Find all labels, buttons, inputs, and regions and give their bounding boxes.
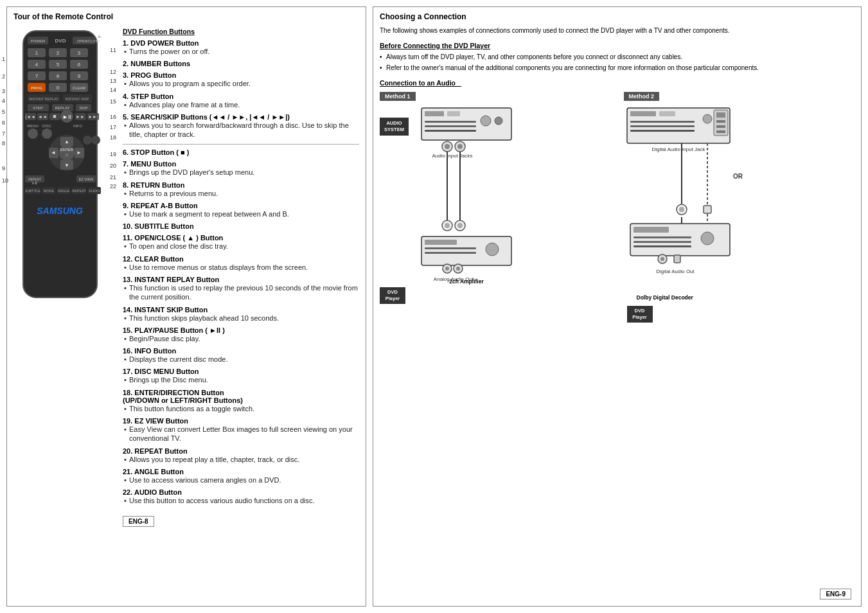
- row-num-2: 2: [2, 74, 8, 80]
- svg-text:MODE: MODE: [44, 189, 55, 193]
- svg-text:SUBTITLE: SUBTITLE: [25, 189, 41, 193]
- desc-20: 20. REPEAT Button Allows you to repeat p…: [123, 447, 359, 464]
- svg-text:DVD: DVD: [55, 38, 66, 44]
- svg-text:DISC: DISC: [42, 124, 52, 128]
- desc-4-bullet: Advances play one frame at a time.: [123, 100, 359, 109]
- svg-text:OR: OR: [733, 173, 743, 180]
- svg-rect-140: [633, 241, 691, 243]
- svg-rect-122: [630, 125, 695, 127]
- method2-svg: Digital Audio Input Jack OR: [624, 105, 765, 304]
- svg-text:INSTANT REPLAY: INSTANT REPLAY: [29, 97, 58, 101]
- svg-text:ENTER: ENTER: [60, 148, 74, 152]
- svg-point-97: [445, 144, 450, 149]
- svg-point-115: [456, 267, 460, 271]
- svg-marker-6: [97, 35, 102, 38]
- svg-text:5: 5: [57, 62, 60, 67]
- row-num-9: 9: [2, 166, 8, 172]
- svg-text:INFO: INFO: [73, 124, 83, 128]
- svg-point-99: [457, 144, 463, 149]
- desc-15: 15. PLAY/PAUSE Button ( ►II ) Begin/Paus…: [123, 326, 359, 343]
- desc-2-title: 2. NUMBER Buttons: [123, 60, 359, 67]
- right-page-number: ENG-9: [820, 589, 851, 600]
- desc-11: 11. OPEN/CLOSE ( ▲ ) Button To open and …: [123, 234, 359, 251]
- svg-rect-144: [674, 255, 680, 263]
- rnum-17: 17: [110, 124, 116, 130]
- svg-point-134: [679, 207, 684, 212]
- desc-14-title: 14. INSTANT SKIP Button: [123, 306, 359, 314]
- svg-point-91: [481, 116, 491, 126]
- desc-10: 10. SUBTITLE Button: [123, 222, 359, 230]
- svg-rect-127: [716, 125, 725, 128]
- svg-text:►II: ►II: [62, 114, 71, 120]
- rnum-20: 20: [110, 163, 116, 169]
- connection-audio-title: Connection to an Audio _: [380, 79, 855, 87]
- desc-5-title: 5. SEARCH/SKIP Buttons (◄◄ / ►►, |◄◄ / ►…: [123, 113, 359, 121]
- remote-svg: POWER DVD OPEN/CLOSE 1 2 3: [13, 28, 107, 304]
- left-panel: Tour of the Remote Control 1 2 3 4 5 6 7…: [6, 6, 366, 607]
- svg-rect-126: [716, 120, 725, 123]
- svg-rect-110: [425, 247, 476, 249]
- method1-box: Method 1 AUDIOSYSTEM: [380, 92, 611, 323]
- row-num-3: 3: [2, 89, 8, 94]
- svg-text:REPEAT: REPEAT: [72, 189, 86, 193]
- desc-1: 1. DVD POWER Button Turns the power on o…: [123, 39, 359, 56]
- svg-rect-137: [633, 227, 669, 233]
- desc-7-bullet: Brings up the DVD player's setup menu.: [123, 168, 359, 177]
- method1-content: AUDIOSYSTEM: [380, 105, 611, 285]
- svg-point-109: [486, 243, 499, 256]
- left-panel-title: Tour of the Remote Control: [13, 12, 359, 21]
- desc-9: 9. REPEAT A-B Button Use to mark a segme…: [123, 202, 359, 218]
- svg-text:OPEN/CLOSE: OPEN/CLOSE: [77, 39, 100, 43]
- rnum-21: 21: [110, 174, 116, 181]
- right-panel-title: Choosing a Connection: [380, 12, 855, 21]
- before-bullets: Always turn off the DVD player, TV, and …: [380, 53, 855, 73]
- right-row-numbers: 11 12 13 14 15 16 17 18 19 20 21 22: [110, 47, 116, 190]
- desc-8: 8. RETURN Button Returns to a previous m…: [123, 181, 359, 198]
- svg-text:7: 7: [35, 73, 39, 79]
- svg-point-57: [42, 129, 52, 139]
- rnum-11: 11: [110, 47, 116, 53]
- desc-6-title: 6. STOP Button ( ■ ): [123, 148, 359, 156]
- desc-7-title: 7. MENU Button: [123, 160, 359, 168]
- svg-point-120: [703, 114, 712, 123]
- svg-rect-108: [425, 240, 457, 245]
- desc-21-bullet: Use to access various camera angles on a…: [123, 475, 359, 484]
- desc-17-bullet: Brings up the Disc menu.: [123, 375, 359, 384]
- desc-12-bullet: Use to remove menus or status displays f…: [123, 263, 359, 272]
- desc-22: 22. AUDIO Button Use this button to acce…: [123, 488, 359, 505]
- svg-text:|◄◄: |◄◄: [25, 114, 35, 120]
- left-row-numbers: 1 2 3 4 5 6 7 8 9 10: [2, 57, 8, 184]
- desc-1-title: 1. DVD POWER Button: [123, 39, 359, 47]
- rnum-19: 19: [110, 151, 116, 157]
- svg-text:A-B: A-B: [32, 181, 38, 185]
- left-main: 1 2 3 4 5 6 7 8 9 10: [13, 28, 359, 527]
- svg-rect-89: [425, 111, 444, 116]
- svg-text:►►|: ►►|: [88, 114, 98, 120]
- svg-point-56: [28, 129, 38, 139]
- svg-point-138: [701, 232, 714, 245]
- desc-16-title: 16. INFO Button: [123, 347, 359, 355]
- desc-2: 2. NUMBER Buttons: [123, 60, 359, 67]
- method1-diagram: Audio Input Jacks: [415, 105, 518, 285]
- desc-12-title: 12. CLEAR Button: [123, 255, 359, 263]
- dvd-player-label-m2: DVDPlayer: [624, 306, 653, 323]
- desc-1-bullet: Turns the power on or off.: [123, 47, 359, 56]
- desc-22-title: 22. AUDIO Button: [123, 488, 359, 496]
- desc-22-bullet: Use this button to access various audio …: [123, 496, 359, 505]
- audio-system-label: AUDIOSYSTEM: [380, 118, 409, 136]
- before-bullet-2: Refer to the owner's manual of the addit…: [380, 64, 855, 73]
- svg-rect-90: [447, 111, 460, 116]
- svg-point-106: [457, 223, 463, 228]
- desc-11-bullet: To open and close the disc tray.: [123, 242, 359, 251]
- method2-content: Digital Audio Input Jack OR: [624, 105, 855, 323]
- svg-text:▼: ▼: [64, 163, 69, 168]
- desc-3-title: 3. PROG Button: [123, 71, 359, 79]
- desc-5: 5. SEARCH/SKIP Buttons (◄◄ / ►►, |◄◄ / ►…: [123, 113, 359, 139]
- svg-text:Audio Input Jacks: Audio Input Jacks: [432, 153, 472, 159]
- desc-right-section: 6. STOP Button ( ■ ) 7. MENU Button Brin…: [123, 144, 359, 505]
- desc-18-title: 18. ENTER/DIRECTION Button(UP/DOWN or LE…: [123, 389, 359, 404]
- method1-svg: Audio Input Jacks: [415, 105, 518, 285]
- rnum-16: 16: [110, 114, 116, 120]
- page-container: Tour of the Remote Control 1 2 3 4 5 6 7…: [0, 0, 868, 613]
- desc-13-title: 13. INSTANT REPLAY Button: [123, 276, 359, 283]
